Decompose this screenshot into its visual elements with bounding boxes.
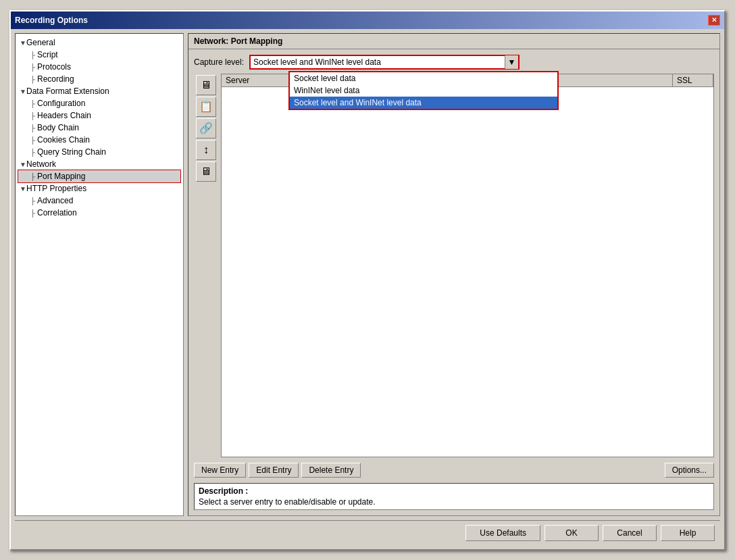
tree-item-general[interactable]: ▼ General	[18, 36, 180, 49]
net-area: 🖥 📋 🔗 ↕ 🖥 Server SSL	[194, 74, 714, 457]
ok-button[interactable]: OK	[544, 525, 599, 541]
dialog-footer: Use Defaults OK Cancel Help	[15, 520, 720, 545]
tree-item-network[interactable]: ▼ Network	[18, 158, 180, 170]
tree-item-body-chain[interactable]: ├ Body Chain	[18, 122, 180, 134]
dialog-title: Recording Options	[15, 16, 88, 25]
capture-label: Capture level:	[194, 57, 244, 67]
recording-options-dialog: Recording Options ✕ ▼ General├ Script├ P…	[9, 10, 726, 551]
icon-btn-link[interactable]: 🔗	[196, 118, 216, 138]
icon-btn-list[interactable]: 📋	[196, 97, 216, 117]
dropdown-option-socket[interactable]: Socket level data	[290, 72, 557, 84]
description-text: Select a server entry to enable/disable …	[199, 497, 709, 507]
bottom-buttons-row: New Entry Edit Entry Delete Entry Option…	[194, 461, 714, 479]
content-panel: Network: Port Mapping Capture level: Soc…	[188, 33, 720, 516]
content-header: Network: Port Mapping	[188, 34, 719, 49]
dialog-body: ▼ General├ Script├ Protocols├ Recording▼…	[11, 29, 724, 549]
dialog-main: ▼ General├ Script├ Protocols├ Recording▼…	[15, 33, 720, 516]
options-button[interactable]: Options...	[665, 463, 714, 478]
icon-btn-arrows[interactable]: ↕	[196, 140, 216, 160]
use-defaults-button[interactable]: Use Defaults	[465, 525, 540, 541]
net-table-body	[222, 87, 713, 457]
edit-entry-button[interactable]: Edit Entry	[249, 463, 299, 478]
tree-item-query-string-chain[interactable]: ├ Query String Chain	[18, 146, 180, 158]
dropdown-open-list: Socket level data WinINet level data Soc…	[288, 71, 559, 110]
tree-item-data-format[interactable]: ▼ Data Format Extension	[18, 85, 180, 97]
description-box: Description : Select a server entry to e…	[194, 483, 714, 510]
tree-item-advanced[interactable]: ├ Advanced	[18, 195, 180, 207]
tree-item-script[interactable]: ├ Script	[18, 49, 180, 61]
icon-btn-desktop[interactable]: 🖥	[196, 161, 216, 182]
help-button[interactable]: Help	[661, 525, 715, 541]
tree-item-protocols[interactable]: ├ Protocols	[18, 61, 180, 73]
capture-dropdown[interactable]: Socket level and WinINet level data	[249, 55, 519, 70]
net-icons: 🖥 📋 🔗 ↕ 🖥	[194, 74, 218, 457]
tree-item-cookies-chain[interactable]: ├ Cookies Chain	[18, 134, 180, 146]
title-bar: Recording Options ✕	[11, 11, 724, 29]
col-ssl: SSL	[673, 74, 713, 86]
dropdown-option-both[interactable]: Socket level and WinINet level data	[290, 97, 557, 109]
icon-btn-computer[interactable]: 🖥	[196, 75, 216, 95]
new-entry-button[interactable]: New Entry	[194, 463, 246, 478]
content-inner: Capture level: Socket level and WinINet …	[188, 49, 719, 515]
tree-item-headers-chain[interactable]: ├ Headers Chain	[18, 109, 180, 122]
dropdown-option-wininet[interactable]: WinINet level data	[290, 84, 557, 97]
delete-entry-button[interactable]: Delete Entry	[301, 463, 361, 478]
tree-item-configuration[interactable]: ├ Configuration	[18, 97, 180, 109]
capture-section: Capture level: Socket level and WinINet …	[194, 55, 714, 70]
close-button[interactable]: ✕	[708, 15, 720, 26]
net-table-area: Server SSL	[221, 74, 714, 457]
capture-dropdown-wrapper: Socket level and WinINet level data ▼	[249, 55, 519, 70]
bottom-left-btns: New Entry Edit Entry Delete Entry	[194, 463, 361, 478]
capture-row: Capture level: Socket level and WinINet …	[194, 55, 714, 70]
tree-panel: ▼ General├ Script├ Protocols├ Recording▼…	[15, 33, 184, 516]
tree-item-port-mapping[interactable]: ├ Port Mapping	[18, 170, 180, 182]
tree-item-http-properties[interactable]: ▼ HTTP Properties	[18, 182, 180, 195]
description-label: Description :	[199, 486, 709, 496]
tree-item-recording[interactable]: ├ Recording	[18, 73, 180, 85]
cancel-button[interactable]: Cancel	[603, 525, 657, 541]
tree-item-correlation[interactable]: ├ Correlation	[18, 207, 180, 219]
